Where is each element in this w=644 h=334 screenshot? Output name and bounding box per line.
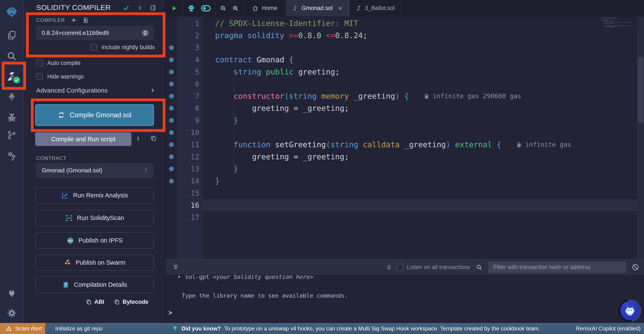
code-line-4[interactable]: 4contract Gmonad { [166,54,644,66]
close-icon[interactable] [338,6,343,11]
copy-bytecode-button[interactable]: Bytecode [114,299,148,305]
compile-button[interactable]: Compile Gmonad.sol [35,104,154,126]
bug-icon [6,112,17,123]
scam-alert-button[interactable]: Scam Alert [0,323,45,334]
remixai-assistant-button[interactable] [620,300,640,321]
sidebar-item-git[interactable] [0,125,24,145]
listen-all-transactions[interactable]: Listen on all transactions [396,264,470,271]
gears-play-icon [6,150,17,161]
code-line-6[interactable]: 6 [166,78,644,90]
ai-robot-icon[interactable] [187,4,196,12]
auto-compile-label: Auto compile [47,60,80,66]
code-line-17[interactable]: 17 [166,211,644,223]
publish-ipfs-button[interactable]: IPFS Publish on IPFS [35,232,154,249]
sidebar-item-script-runner[interactable] [0,146,24,166]
compiler-section-label: COMPILER [36,17,65,23]
minimap[interactable]: // SPDX-License-Identifier: MITpragma so… [601,17,637,68]
icon-rail [0,0,24,323]
code-line-10[interactable]: 10 [166,126,644,138]
scan-icon [65,214,73,222]
code-line-8[interactable]: 8 greeting = _greeting; [166,102,644,114]
compiler-file-icon[interactable] [82,17,89,23]
copy-icon [114,299,120,305]
copy-abi-button[interactable]: ABI [86,299,104,305]
compile-and-run-button[interactable]: Compile and Run script [35,132,132,146]
add-compiler-icon[interactable] [70,17,77,23]
terminal-search-icon[interactable] [476,264,482,271]
sidebar-item-deploy-run[interactable] [0,87,24,107]
sidebar-item-settings[interactable] [0,303,24,323]
zoom-toolbar-group [216,0,244,16]
code-line-16[interactable]: 16 [166,199,644,211]
tab-home[interactable]: Home [244,0,286,16]
gutter-dot [166,154,177,159]
line-number: 12 [177,153,203,161]
code-line-12[interactable]: 12 greeting = _greeting; [166,151,644,163]
code-line-3[interactable]: 3 [166,41,644,54]
hide-warnings-checkbox[interactable] [36,73,43,80]
scrollbar-thumb[interactable] [638,57,644,123]
line-number: 9 [177,116,203,125]
auto-compile-checkbox-row[interactable]: Auto compile [36,59,80,66]
gas-estimate: infinite gas 290600 gas [424,92,521,100]
code-line-1[interactable]: 1// SPDX-License-Identifier: MIT [166,17,644,29]
sidebar-item-home[interactable] [0,2,24,22]
auto-compile-checkbox[interactable] [36,59,43,66]
hide-warnings-checkbox-row[interactable]: Hide warnings [36,73,84,80]
compilation-details-button[interactable]: Compilation Details [35,277,154,293]
panel-header-icons [122,4,156,11]
code-line-11[interactable]: 11 function setGreeting(string calldata … [166,138,644,151]
tab-gmonad-sol[interactable]: Gmonad.sol [286,0,350,16]
svg-text:IPFS: IPFS [68,240,72,242]
chevron-right-icon[interactable] [136,5,143,11]
sidebar-item-search[interactable] [0,46,24,66]
code-line-15[interactable]: 15 [166,187,644,199]
compiler-version-select[interactable]: 0.8.24+commit.e11b9ed9 [36,26,154,40]
line-number: 14 [177,177,203,185]
info-icon[interactable]: i [135,135,142,142]
code-editor[interactable]: 1// SPDX-License-Identifier: MIT2pragma … [166,16,644,259]
scrollbar-track[interactable] [637,16,644,259]
transaction-filter-input[interactable] [488,262,626,273]
listen-checkbox[interactable] [396,264,403,271]
transaction-count: 0 [388,264,391,271]
copy-icon[interactable] [150,135,157,142]
tab-3-ballot-sol[interactable]: 3_Ballot.sol [350,0,402,16]
status-check-icon [122,4,130,11]
code-line-13[interactable]: 13 } [166,163,644,175]
code-line-9[interactable]: 9 } [166,114,644,126]
code-line-2[interactable]: 2pragma solidity >=0.8.0 <=0.8.24; [166,29,644,41]
terminal[interactable]: •sol-gpt <your Solidity question here> T… [166,275,644,323]
sidebar-item-plugin-manager[interactable] [0,284,24,304]
include-nightly-checkbox[interactable] [90,44,97,51]
run-remix-analysis-button[interactable]: Run Remix Analysis [35,187,154,204]
pin-panel-icon[interactable] [150,4,156,11]
zoom-out-icon[interactable] [220,5,226,11]
copilot-status[interactable]: RemixAI Copilot (enabled) [576,325,640,332]
sidebar-item-file-explorer[interactable] [0,25,24,45]
publish-swarm-button[interactable]: Publish on Swarm [35,255,154,271]
ethereum-icon [6,91,17,102]
contract-select[interactable]: Gmonad (Gmonad.sol) [36,163,154,178]
git-init-button[interactable]: Initialize as git repo [55,325,103,332]
code-line-7[interactable]: 7 constructor(string memory _greeting) {… [166,90,644,102]
code-line-5[interactable]: 5 string public greeting; [166,66,644,78]
line-number: 16 [177,201,203,210]
action-label: Run Remix Analysis [73,192,128,199]
line-number: 3 [177,43,203,52]
ai-toggle-icon[interactable] [200,4,211,13]
main-area: Home Gmonad.sol 3_Ballot.sol 1// SPDX-Li… [165,0,644,323]
zoom-in-icon[interactable] [232,5,239,11]
terminal-prompt[interactable]: > [168,309,172,316]
sidebar-item-solidity-compiler[interactable] [0,66,24,87]
include-nightly-checkbox-row[interactable]: Include nightly builds [90,44,155,51]
run-solidityscan-button[interactable]: Run SolidityScan [35,210,154,226]
sidebar-item-debugger[interactable] [0,107,24,128]
advanced-configurations-toggle[interactable]: Advanced Configurations [36,87,156,94]
run-script-button[interactable] [166,0,183,16]
code-line-14[interactable]: 14} [166,175,644,187]
action-label: Publish on Swarm [76,259,126,266]
clear-console-icon[interactable] [632,263,639,271]
chevrons-down-icon[interactable] [172,263,180,271]
solidity-file-icon [356,5,362,11]
